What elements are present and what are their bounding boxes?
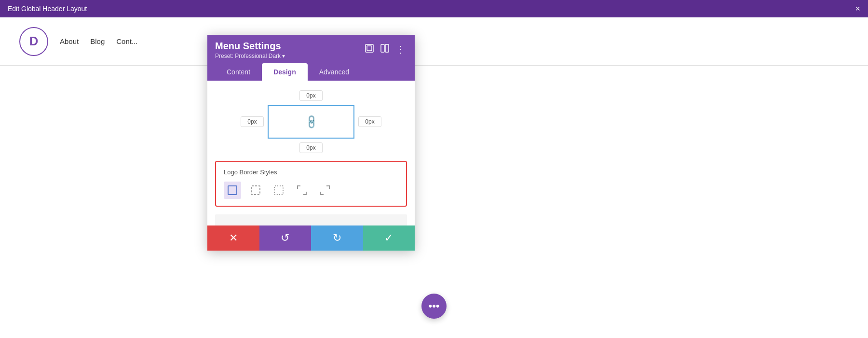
dotted-border-icon bbox=[273, 185, 284, 196]
border-style-solid[interactable] bbox=[224, 182, 241, 199]
reset-button[interactable]: ↺ bbox=[259, 225, 312, 251]
more-options-button[interactable]: ⋮ bbox=[395, 42, 407, 56]
border-style-dotted[interactable] bbox=[270, 182, 287, 199]
reset-icon: ↺ bbox=[281, 232, 289, 244]
nav-link-about[interactable]: About bbox=[60, 37, 79, 45]
panel-preset[interactable]: Preset: Professional Dark ▾ bbox=[215, 53, 285, 59]
top-spacing-row: 0px bbox=[215, 90, 407, 101]
logo-preview-box: 🔗 bbox=[268, 105, 354, 139]
corner-tl-br-icon bbox=[297, 185, 307, 196]
left-spacing-value[interactable]: 0px bbox=[241, 116, 264, 127]
border-style-options bbox=[224, 182, 398, 199]
preview-strip bbox=[215, 214, 407, 225]
resize-icon-button[interactable] bbox=[364, 43, 375, 56]
panel-title: Menu Settings bbox=[215, 41, 285, 52]
border-style-corner-tr-bl[interactable] bbox=[316, 182, 334, 199]
bottom-spacing-value[interactable]: 0px bbox=[299, 142, 323, 153]
panel-tabs: Content Design Advanced bbox=[215, 63, 407, 81]
bottom-spacing-row: 0px bbox=[215, 142, 407, 153]
redo-button[interactable]: ↻ bbox=[311, 225, 363, 251]
svg-rect-6 bbox=[274, 186, 283, 195]
tab-design[interactable]: Design bbox=[262, 63, 308, 81]
tab-content[interactable]: Content bbox=[215, 63, 262, 81]
float-circle-button[interactable]: ••• bbox=[421, 294, 447, 319]
cancel-icon: ✕ bbox=[229, 232, 238, 244]
panel-body: 0px 0px 🔗 0px 0px Logo Border Styles bbox=[207, 81, 415, 225]
border-styles-section: Logo Border Styles bbox=[215, 161, 407, 207]
panel-header-icons: ⋮ bbox=[364, 42, 407, 56]
svg-rect-2 bbox=[381, 44, 384, 52]
svg-rect-4 bbox=[228, 186, 237, 195]
nav-links: About Blog Cont... bbox=[60, 37, 137, 45]
svg-rect-5 bbox=[251, 186, 260, 195]
header-preview: D About Blog Cont... bbox=[0, 17, 868, 66]
corner-tr-bl-icon bbox=[320, 185, 330, 196]
tab-advanced[interactable]: Advanced bbox=[308, 63, 361, 81]
float-circle-label: ••• bbox=[428, 300, 439, 312]
cancel-button[interactable]: ✕ bbox=[207, 225, 259, 251]
resize-icon bbox=[365, 44, 374, 53]
svg-rect-3 bbox=[385, 44, 389, 52]
columns-icon-button[interactable] bbox=[380, 43, 390, 56]
border-style-corner-tl-br[interactable] bbox=[293, 182, 311, 199]
right-spacing-value[interactable]: 0px bbox=[358, 116, 381, 127]
canvas-area: D About Blog Cont... Menu Settings Prese… bbox=[0, 17, 868, 338]
confirm-icon: ✓ bbox=[384, 232, 393, 244]
redo-icon: ↻ bbox=[333, 232, 341, 244]
confirm-button[interactable]: ✓ bbox=[363, 225, 415, 251]
border-style-dashed[interactable] bbox=[247, 182, 264, 199]
panel-header: Menu Settings Preset: Professional Dark … bbox=[207, 35, 415, 81]
dashed-border-icon bbox=[250, 185, 261, 196]
logo-letter: D bbox=[29, 34, 39, 49]
title-bar-text: Edit Global Header Layout bbox=[8, 5, 87, 13]
panel-actions: ✕ ↺ ↻ ✓ bbox=[207, 225, 415, 251]
close-button[interactable]: × bbox=[855, 4, 860, 13]
top-spacing-value[interactable]: 0px bbox=[299, 90, 323, 101]
logo-circle: D bbox=[19, 27, 48, 56]
logo-preview-wrapper: 0px 🔗 0px bbox=[215, 105, 407, 139]
nav-link-cont[interactable]: Cont... bbox=[116, 37, 137, 45]
menu-settings-panel: Menu Settings Preset: Professional Dark … bbox=[207, 35, 415, 251]
columns-icon bbox=[380, 44, 389, 53]
solid-border-icon bbox=[227, 185, 238, 196]
link-icon: 🔗 bbox=[303, 113, 320, 130]
nav-link-blog[interactable]: Blog bbox=[90, 37, 105, 45]
svg-rect-1 bbox=[367, 46, 372, 51]
title-bar: Edit Global Header Layout × bbox=[0, 0, 868, 17]
border-styles-label: Logo Border Styles bbox=[224, 169, 398, 176]
